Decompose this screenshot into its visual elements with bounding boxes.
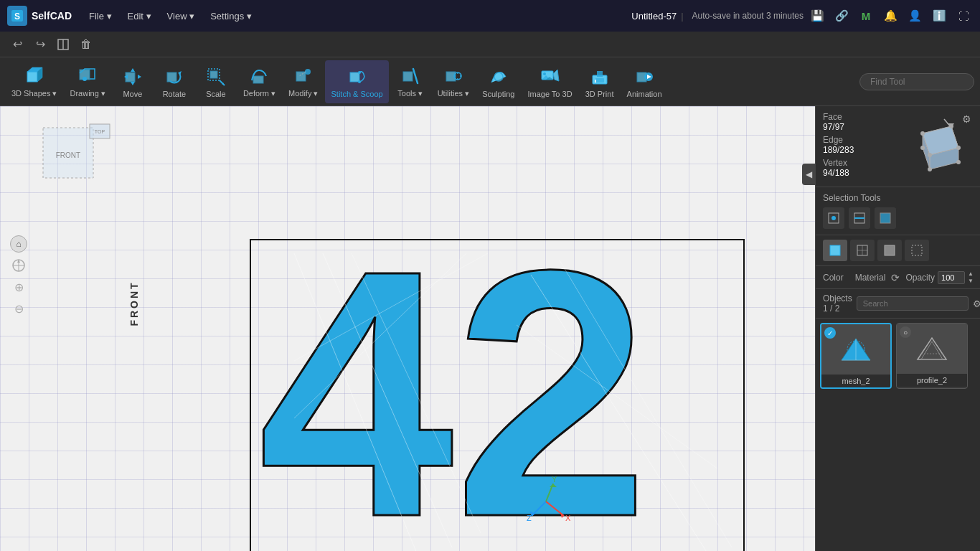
tool-utilities[interactable]: Utilities ▾	[432, 60, 476, 103]
opacity-label: Opacity	[905, 273, 935, 283]
tool-sculpting[interactable]: Sculpting	[476, 60, 520, 103]
stitch-scoop-icon	[346, 65, 369, 88]
app-name: SelfCAD	[32, 10, 72, 22]
sel-by-face-button[interactable]	[875, 207, 896, 229]
tool-animation-label: Animation	[627, 90, 662, 98]
zoom-button[interactable]: ⊕	[10, 278, 27, 296]
view-flat-button[interactable]	[877, 240, 902, 261]
svg-line-58	[352, 253, 481, 533]
svg-point-25	[358, 71, 361, 74]
tool-deform-label: Deform ▾	[243, 89, 275, 98]
info-icon[interactable]: ℹ️	[930, 6, 948, 25]
face-value: 97/97	[823, 122, 901, 132]
find-tool-input[interactable]	[859, 73, 974, 90]
bell-icon[interactable]: 🔔	[881, 6, 900, 25]
viewport[interactable]: FRONT TOP ⌂ ⊕ ⊖ FRONT 42	[0, 106, 815, 551]
axis-indicator: Z X Y	[521, 476, 571, 529]
svg-text:X: X	[565, 514, 571, 522]
tool-tools-label: Tools ▾	[397, 89, 423, 98]
tool-3d-shapes[interactable]: 3D Shapes ▾	[6, 60, 62, 103]
svg-marker-71	[550, 484, 557, 487]
objects-settings-button[interactable]: ⚙	[973, 298, 980, 309]
m-icon[interactable]: M	[857, 6, 875, 25]
zoom-out-button[interactable]: ⊖	[10, 300, 27, 317]
svg-rect-14	[167, 72, 176, 82]
rotate-icon	[163, 65, 186, 88]
edge-value: 189/283	[823, 145, 901, 155]
view-wireframe-button[interactable]	[850, 240, 875, 261]
objects-search-input[interactable]	[857, 296, 969, 311]
cube-preview-container: ⚙	[908, 112, 973, 179]
menu-edit[interactable]: Edit ▾	[122, 8, 157, 24]
object-item-profile2[interactable]: ○ profile_2	[896, 323, 968, 389]
face-label: Face	[823, 112, 901, 122]
sel-by-vertex-button[interactable]	[823, 207, 844, 229]
home-button[interactable]: ⌂	[10, 235, 27, 253]
nav-cube[interactable]: FRONT TOP	[36, 121, 115, 199]
menu-settings[interactable]: Settings ▾	[204, 8, 258, 24]
undo-button[interactable]: ↩	[7, 34, 27, 55]
tool-stitch-scoop-label: Stitch & Scoop	[331, 90, 382, 98]
secondary-toolbar: ↩ ↪ 🗑	[0, 32, 980, 57]
face-stat: Face 97/97	[823, 112, 901, 132]
tool-move[interactable]: Move	[113, 60, 153, 103]
nav-controls: ⌂ ⊕ ⊖	[10, 235, 27, 317]
menu-file[interactable]: File ▾	[83, 8, 118, 24]
tool-utilities-label: Utilities ▾	[438, 89, 470, 98]
sel-by-edge-button[interactable]	[849, 207, 870, 229]
svg-marker-40	[553, 70, 559, 81]
tool-scale-label: Scale	[206, 90, 226, 98]
delete-button[interactable]: 🗑	[76, 34, 96, 55]
opacity-control: Opacity ▲ ▼	[905, 270, 974, 284]
tool-rotate[interactable]: Rotate	[154, 60, 194, 103]
tool-scale[interactable]: Scale	[196, 60, 236, 103]
right-panel: Face 97/97 Edge 189/283 Vertex 94/188	[815, 106, 980, 551]
app-logo[interactable]: S SelfCAD	[7, 6, 72, 26]
material-label[interactable]: Material	[855, 273, 886, 283]
object-item-mesh2[interactable]: ✓ mesh_2	[820, 323, 892, 389]
svg-point-77	[920, 131, 925, 136]
fullscreen-icon[interactable]: ⛶	[954, 6, 973, 25]
tool-3d-print[interactable]: 3D Print	[580, 60, 620, 103]
view-solid-button[interactable]	[823, 240, 847, 261]
svg-rect-91	[830, 245, 840, 255]
toggle-view-button[interactable]	[53, 34, 73, 55]
opacity-spinner[interactable]: ▲ ▼	[968, 270, 974, 284]
panel-collapse-button[interactable]: ◀	[802, 164, 815, 185]
scale-icon	[204, 65, 227, 88]
tool-deform[interactable]: Deform ▾	[237, 60, 281, 103]
object-check-profile2[interactable]: ○	[900, 326, 911, 338]
deform-icon	[248, 65, 270, 88]
object-check-mesh2[interactable]: ✓	[824, 327, 836, 339]
menu-view[interactable]: View ▾	[161, 8, 201, 24]
selection-tools-label: Selection Tools	[823, 193, 973, 203]
animation-icon	[633, 65, 656, 88]
objects-count: Objects 1 / 2	[823, 293, 852, 314]
tool-stitch-scoop[interactable]: Stitch & Scoop	[325, 60, 388, 103]
svg-point-26	[358, 80, 361, 83]
tool-drawing[interactable]: Drawing ▾	[64, 60, 110, 103]
orient-button[interactable]	[10, 257, 27, 274]
tool-tools[interactable]: Tools ▾	[390, 60, 430, 103]
opacity-input[interactable]	[938, 271, 965, 284]
sculpting-icon	[487, 65, 510, 88]
save-icon[interactable]: 💾	[808, 6, 826, 25]
doc-title: Untitled-57	[631, 11, 677, 22]
material-icon[interactable]: ⟳	[891, 272, 900, 283]
tool-image-to-3d[interactable]: Image To 3D	[522, 60, 578, 103]
mesh-overlay	[258, 217, 746, 551]
vertex-label: Vertex	[823, 158, 901, 168]
tool-modify[interactable]: Modify ▾	[283, 60, 324, 103]
redo-button[interactable]: ↪	[30, 34, 50, 55]
color-material-section: Color Material ⟳ Opacity ▲ ▼	[816, 266, 980, 289]
svg-rect-43	[597, 71, 603, 77]
tool-animation[interactable]: Animation	[621, 60, 668, 103]
share-icon[interactable]: 🔗	[832, 6, 851, 25]
svg-marker-15	[179, 71, 182, 75]
user-icon[interactable]: 👤	[905, 6, 924, 25]
panel-settings-button[interactable]: ⚙	[962, 113, 971, 125]
view-transparent-button[interactable]	[905, 240, 929, 261]
vertex-value: 94/188	[823, 168, 901, 178]
tool-drawing-label: Drawing ▾	[70, 89, 105, 98]
svg-point-80	[928, 153, 932, 157]
